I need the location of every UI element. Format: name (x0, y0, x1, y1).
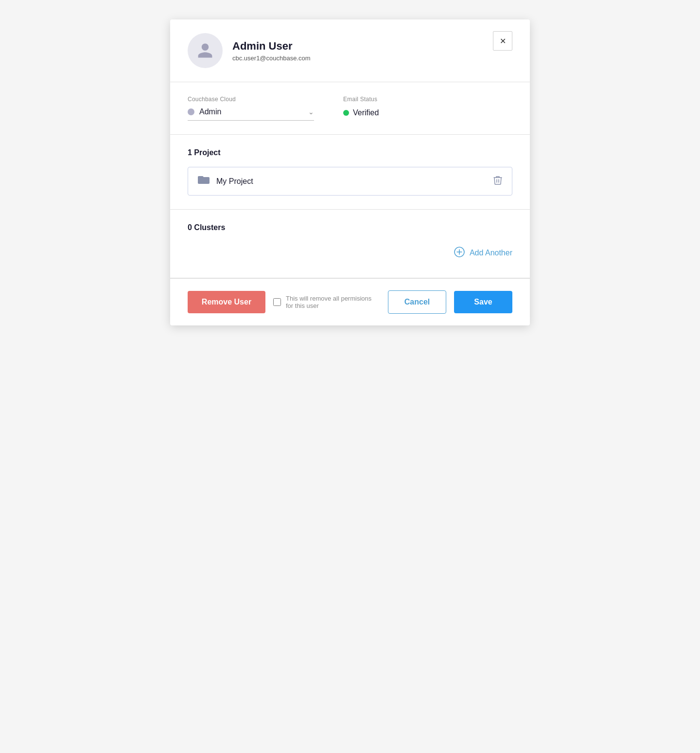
projects-title: 1 Project (188, 148, 512, 157)
close-icon: ✕ (500, 36, 506, 46)
user-name: Admin User (232, 40, 512, 53)
add-another-label: Add Another (470, 249, 512, 257)
project-card: My Project (188, 167, 512, 196)
cloud-section: Couchbase Cloud Admin ⌄ Email Status Ver… (170, 82, 530, 134)
email-status-label: Email Status (343, 96, 379, 103)
avatar (188, 33, 223, 68)
verified-dot (343, 110, 349, 116)
user-info: Admin User cbc.user1@couchbase.com (232, 40, 512, 62)
trash-icon (493, 175, 502, 185)
remove-confirm-area: This will remove all permisions for this… (273, 295, 380, 309)
clusters-title: 0 Clusters (188, 223, 512, 232)
cloud-role-field: Couchbase Cloud Admin ⌄ (188, 96, 314, 121)
remove-user-button[interactable]: Remove User (188, 291, 265, 313)
add-circle-icon (454, 247, 465, 259)
remove-confirm-checkbox[interactable] (273, 298, 281, 306)
role-dot (188, 108, 194, 115)
role-select[interactable]: Admin ⌄ (188, 108, 314, 121)
user-edit-modal: Admin User cbc.user1@couchbase.com ✕ Cou… (170, 19, 530, 325)
role-text: Admin (199, 108, 303, 116)
folder-icon (198, 175, 210, 187)
modal-header: Admin User cbc.user1@couchbase.com ✕ (170, 19, 530, 82)
email-status: Verified (343, 108, 379, 117)
email-status-value: Verified (353, 108, 379, 117)
user-email: cbc.user1@couchbase.com (232, 54, 512, 62)
email-status-field: Email Status Verified (343, 96, 379, 117)
add-another-button[interactable]: Add Another (188, 247, 512, 259)
modal-footer: Remove User This will remove all permisi… (170, 278, 530, 325)
project-name: My Project (216, 177, 253, 186)
project-left: My Project (198, 175, 253, 187)
cancel-button[interactable]: Cancel (388, 290, 446, 314)
projects-section: 1 Project My Project (170, 135, 530, 209)
chevron-down-icon: ⌄ (308, 108, 314, 116)
remove-confirm-label: This will remove all permisions for this… (286, 295, 380, 309)
clusters-section: 0 Clusters Add Another (170, 210, 530, 278)
save-button[interactable]: Save (454, 291, 512, 313)
user-avatar-icon (196, 42, 214, 59)
delete-project-button[interactable] (493, 175, 502, 187)
close-button[interactable]: ✕ (493, 31, 512, 51)
cloud-label: Couchbase Cloud (188, 96, 314, 103)
